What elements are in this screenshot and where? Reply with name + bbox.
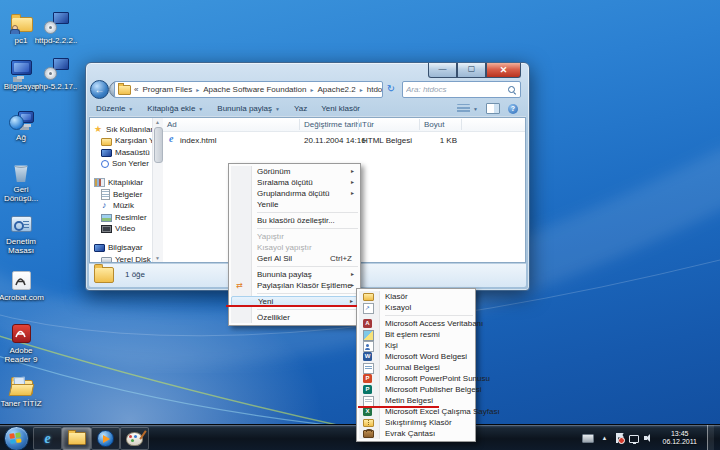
toolbar-share-with-button[interactable]: Bununla paylaş▼ — [210, 101, 287, 116]
show-desktop-button[interactable] — [707, 425, 714, 450]
column-header-date-modified[interactable]: Değiştirme tarihi — [304, 120, 362, 129]
breadcrumb-segment-apache-software-foundation[interactable]: Apache Software Foundation — [202, 85, 307, 94]
sidebar-item-music[interactable]: Müzik — [101, 201, 152, 211]
annotation-underline-metin-belgesi — [358, 406, 439, 408]
menu-item-sort-by[interactable]: Sıralama ölçütü▸ — [231, 177, 358, 188]
submenu-item-text-document[interactable]: Metin Belgesi — [359, 395, 473, 406]
clock-time: 13:45 — [662, 430, 697, 438]
sidebar-item-pictures[interactable]: Resimler — [101, 212, 152, 222]
desktop-icon-recycle-bin[interactable]: Geri Dönüşü... — [0, 160, 43, 203]
taskbar-internet-explorer[interactable]: e — [33, 427, 62, 450]
access-icon: A — [363, 319, 372, 328]
preview-pane-icon[interactable] — [486, 103, 500, 114]
menu-item-properties[interactable]: Özellikler — [231, 312, 358, 323]
scrollbar-thumb[interactable] — [154, 127, 163, 163]
sidebar-group-favorites[interactable]: Sık Kullanılanlar — [94, 124, 152, 134]
navigation-pane: Sık Kullanılanlar Karşıdan Yüklem Masaüs… — [90, 118, 152, 262]
desktop-icon-label: php-5.2.17.. — [34, 83, 78, 92]
desktop-icon-httpd-installer[interactable]: httpd-2.2.2.. — [34, 11, 78, 46]
sidebar-scrollbar[interactable]: ▲ ▼ — [152, 118, 163, 262]
menu-item-customize-folder[interactable]: Bu klasörü özelleştir... — [231, 215, 358, 226]
refresh-button[interactable]: ↻ — [384, 82, 398, 96]
scroll-down-icon[interactable]: ▼ — [155, 255, 160, 261]
menu-item-shared-folder-sync[interactable]: ⇄Paylaşılan Klasör Eşitleme▸ — [231, 280, 358, 291]
desktop-icon-adobe-reader[interactable]: Adobe Reader 9 — [0, 321, 43, 364]
submenu-item-bitmap-image[interactable]: Bit eşlem resmi — [359, 329, 473, 340]
clock-date: 06.12.2011 — [662, 438, 697, 446]
submenu-item-word-document[interactable]: WMicrosoft Word Belgesi — [359, 351, 473, 362]
toolbar-add-to-library-button[interactable]: Kitaplığa ekle▼ — [140, 101, 210, 116]
open-folder-icon — [7, 374, 35, 398]
shortcut-arrow-icon — [363, 303, 374, 314]
show-hidden-icons-icon[interactable]: ▲ — [599, 433, 609, 443]
sidebar-item-desktop[interactable]: Masaüstü — [101, 147, 152, 157]
breadcrumb-overflow[interactable]: « — [134, 85, 138, 94]
start-button[interactable] — [4, 426, 29, 450]
submenu-item-folder[interactable]: Klasör — [359, 291, 473, 302]
submenu-item-publisher-document[interactable]: PMicrosoft Publisher Belgesi — [359, 384, 473, 395]
column-header-type[interactable]: Tür — [362, 120, 374, 129]
sidebar-item-recent-places[interactable]: Son Yerler — [101, 159, 152, 169]
wmp-play-icon — [97, 430, 114, 447]
recent-places-icon — [101, 160, 109, 168]
breadcrumb[interactable]: « Program Files ▸ Apache Software Founda… — [114, 81, 383, 98]
desktop-icon-acrobat-com[interactable]: Acrobat.com — [0, 268, 43, 303]
sidebar-item-documents[interactable]: Belgeler — [101, 189, 152, 199]
submenu-item-journal-document[interactable]: Journal Belgesi — [359, 362, 473, 373]
network-status-icon[interactable] — [629, 435, 639, 443]
sidebar-item-local-disk-c[interactable]: Yerel Disk (C:) — [101, 254, 152, 262]
shared-folder-icon — [7, 11, 35, 35]
briefcase-icon — [363, 430, 374, 438]
action-center-flag-icon[interactable] — [614, 433, 624, 443]
menu-item-group-by[interactable]: Gruplandırma ölçütü▸ — [231, 188, 358, 199]
minimize-button[interactable]: — — [428, 63, 457, 78]
toolbar-organize-button[interactable]: Düzenle▼ — [89, 101, 140, 116]
sidebar-group-libraries[interactable]: Kitaplıklar — [94, 178, 152, 188]
column-header-size[interactable]: Boyut — [424, 120, 444, 129]
taskbar-clock[interactable]: 13:45 06.12.2011 — [659, 430, 700, 446]
desktop-icon-ag-network[interactable]: Ağ — [0, 108, 43, 143]
change-view-icon[interactable] — [457, 104, 470, 113]
back-button[interactable]: ← — [90, 80, 109, 99]
desktop-icon-user-folder[interactable]: Taner TİTİZ — [0, 374, 43, 409]
file-row-index-html[interactable]: e index.html 20.11.2004 14:16 HTML Belge… — [163, 134, 525, 145]
sidebar-item-video[interactable]: Video — [101, 224, 152, 234]
desktop-icon-denetim-masasi[interactable]: Denetim Masası — [0, 212, 43, 255]
file-name: index.html — [180, 136, 216, 145]
tray-app-icon[interactable] — [582, 434, 594, 443]
column-header-name[interactable]: Ad — [167, 120, 177, 129]
desktop-icon-php-installer[interactable]: php-5.2.17.. — [34, 57, 78, 92]
help-icon[interactable]: ? — [508, 104, 518, 114]
menu-item-share-with[interactable]: Bununla paylaş▸ — [231, 269, 358, 280]
submenu-arrow-icon: ▸ — [351, 280, 354, 291]
breadcrumb-segment-apache22[interactable]: Apache2.2 — [316, 85, 356, 94]
sidebar-group-computer[interactable]: Bilgisayar — [94, 243, 152, 253]
toolbar-burn-button[interactable]: Yaz — [287, 101, 314, 116]
taskbar-paint[interactable] — [120, 427, 149, 450]
menu-item-view[interactable]: Görünüm▸ — [231, 166, 358, 177]
desktop-icon-label: Ağ — [0, 134, 43, 143]
submenu-item-powerpoint-presentation[interactable]: PMicrosoft PowerPoint Sunusu — [359, 373, 473, 384]
submenu-item-contact[interactable]: Kişi — [359, 340, 473, 351]
submenu-item-briefcase[interactable]: Evrak Çantası — [359, 428, 473, 439]
maximize-button[interactable]: ▢ — [457, 63, 486, 78]
scroll-up-icon[interactable]: ▲ — [155, 119, 160, 125]
submenu-item-access-database[interactable]: AMicrosoft Access Veritabanı — [359, 318, 473, 329]
taskbar-media-player[interactable] — [91, 427, 120, 450]
sidebar-item-downloads[interactable]: Karşıdan Yüklem — [101, 136, 152, 146]
menu-item-undo-delete[interactable]: Geri Al SilCtrl+Z — [231, 253, 358, 264]
breadcrumb-segment-program-files[interactable]: Program Files — [141, 85, 193, 94]
menu-item-refresh[interactable]: Yenile — [231, 199, 358, 210]
desktop-icon-label: Adobe Reader 9 — [0, 347, 43, 364]
breadcrumb-segment-htdocs[interactable]: htdocs — [366, 85, 383, 94]
menu-separator — [257, 266, 358, 267]
folder-icon — [68, 432, 86, 445]
volume-icon[interactable] — [644, 433, 654, 443]
submenu-item-compressed-folder[interactable]: Sıkıştırılmış Klasör — [359, 417, 473, 428]
taskbar-windows-explorer[interactable] — [62, 427, 91, 450]
chevron-down-icon[interactable]: ▼ — [473, 106, 478, 112]
toolbar-new-folder-button[interactable]: Yeni klasör — [314, 101, 367, 116]
submenu-item-shortcut[interactable]: Kısayol — [359, 302, 473, 313]
close-button[interactable]: ✕ — [486, 63, 521, 78]
search-input[interactable] — [403, 85, 507, 94]
